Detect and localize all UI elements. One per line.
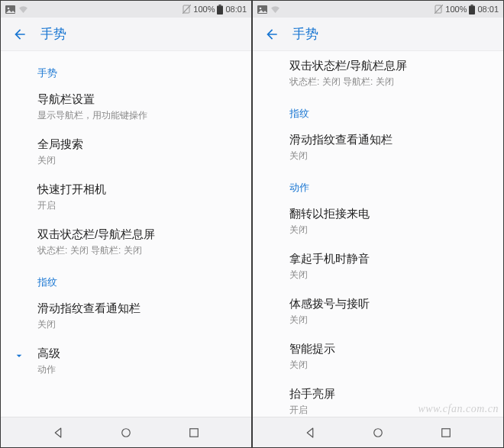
battery-icon — [217, 5, 223, 15]
battery-percent: 100% — [445, 5, 467, 14]
chevron-down-icon — [11, 348, 27, 363]
item-sub: 关闭 — [37, 318, 236, 331]
battery-percent: 100% — [193, 5, 215, 14]
svg-point-14 — [374, 428, 383, 437]
nav-home-button[interactable] — [111, 422, 141, 443]
nav-recents-button[interactable] — [431, 422, 461, 443]
section-header-motion: 动作 — [253, 170, 503, 199]
status-bar: 100% 08:01 — [253, 1, 503, 18]
nav-recents-button[interactable] — [179, 422, 209, 443]
page-title: 手势 — [292, 25, 318, 43]
item-sub: 关闭 — [289, 314, 488, 327]
item-label: 高级 — [37, 346, 60, 361]
section-header-fingerprint: 指纹 — [1, 265, 251, 294]
nav-home-button[interactable] — [363, 422, 393, 443]
item-fingerprint-notifications[interactable]: 滑动指纹查看通知栏 关闭 — [253, 125, 503, 170]
item-sub: 关闭 — [289, 359, 488, 372]
nav-back-button[interactable] — [43, 422, 73, 443]
app-bar: 手势 — [253, 18, 503, 51]
item-sub: 开启 — [289, 404, 488, 417]
item-global-search[interactable]: 全局搜索 关闭 — [1, 130, 251, 175]
item-sub: 状态栏: 关闭 导航栏: 关闭 — [37, 244, 236, 257]
item-label: 快速打开相机 — [37, 182, 236, 197]
item-label: 双击状态栏/导航栏息屏 — [37, 227, 236, 242]
status-bar: 100% 08:01 — [1, 1, 251, 18]
item-label: 拿起手机时静音 — [289, 252, 488, 266]
back-button[interactable] — [8, 23, 31, 46]
phone-right: 100% 08:01 手势 双击状态栏/导航栏息屏 状态栏: 关闭 导航栏: 关… — [252, 0, 504, 448]
item-label: 翻转以拒接来电 — [289, 207, 488, 221]
item-motion-dial[interactable]: 体感拨号与接听 关闭 — [253, 289, 503, 334]
svg-rect-13 — [469, 5, 475, 15]
picture-icon — [5, 5, 15, 14]
item-sub: 状态栏: 关闭 导航栏: 关闭 — [289, 76, 488, 89]
item-doubletap-sleep[interactable]: 双击状态栏/导航栏息屏 状态栏: 关闭 导航栏: 关闭 — [1, 220, 251, 265]
no-sim-icon — [435, 5, 443, 14]
item-fingerprint-notifications[interactable]: 滑动指纹查看通知栏 关闭 — [1, 294, 251, 339]
svg-point-9 — [260, 7, 262, 9]
item-navbar-settings[interactable]: 导航栏设置 显示导航栏，用功能键操作 — [1, 85, 251, 130]
item-smart-alert[interactable]: 智能提示 关闭 — [253, 334, 503, 379]
item-sub: 关闭 — [37, 154, 236, 167]
svg-rect-4 — [219, 5, 221, 6]
wifi-dim-icon — [270, 5, 280, 14]
item-pickup-mute[interactable]: 拿起手机时静音 关闭 — [253, 244, 503, 289]
clock: 08:01 — [225, 5, 247, 14]
item-label: 滑动指纹查看通知栏 — [289, 133, 488, 147]
item-raise-to-wake[interactable]: 抬手亮屏 开启 — [253, 379, 503, 417]
section-header-gestures: 手势 — [1, 56, 251, 85]
item-label: 抬手亮屏 — [289, 387, 488, 401]
section-header-fingerprint: 指纹 — [253, 96, 503, 125]
system-nav-bar — [253, 417, 503, 447]
svg-rect-12 — [471, 5, 473, 6]
svg-point-1 — [8, 7, 10, 9]
no-sim-icon — [183, 5, 191, 14]
item-sub: 关闭 — [289, 269, 488, 282]
item-sub: 开启 — [37, 199, 236, 212]
svg-rect-7 — [190, 428, 199, 437]
item-label: 体感拨号与接听 — [289, 297, 488, 311]
battery-icon — [469, 5, 475, 15]
phone-left: 100% 08:01 手势 手势 导航栏设置 显示导航栏，用功能键操作 全局搜索… — [0, 0, 252, 448]
item-sub: 显示导航栏，用功能键操作 — [37, 109, 236, 122]
page-title: 手势 — [40, 25, 66, 43]
svg-rect-15 — [442, 428, 451, 437]
item-sub: 动作 — [37, 363, 60, 376]
item-label: 全局搜索 — [37, 137, 236, 152]
item-advanced[interactable]: 高级 动作 — [1, 339, 251, 384]
back-button[interactable] — [260, 23, 283, 46]
clock: 08:01 — [477, 5, 499, 14]
system-nav-bar — [1, 417, 251, 447]
settings-list[interactable]: 手势 导航栏设置 显示导航栏，用功能键操作 全局搜索 关闭 快速打开相机 开启 … — [1, 51, 251, 417]
item-label: 双击状态栏/导航栏息屏 — [289, 59, 488, 73]
svg-rect-5 — [217, 5, 223, 15]
item-sub: 关闭 — [289, 150, 488, 163]
item-quick-camera[interactable]: 快速打开相机 开启 — [1, 175, 251, 220]
picture-icon — [257, 5, 267, 14]
svg-point-6 — [122, 428, 131, 437]
settings-list[interactable]: 双击状态栏/导航栏息屏 状态栏: 关闭 导航栏: 关闭 指纹 滑动指纹查看通知栏… — [253, 51, 503, 417]
wifi-dim-icon — [18, 5, 28, 14]
item-label: 导航栏设置 — [37, 92, 236, 107]
nav-back-button[interactable] — [295, 422, 325, 443]
item-label: 滑动指纹查看通知栏 — [37, 301, 236, 316]
item-label: 智能提示 — [289, 342, 488, 356]
item-flip-reject[interactable]: 翻转以拒接来电 关闭 — [253, 199, 503, 244]
item-doubletap-sleep[interactable]: 双击状态栏/导航栏息屏 状态栏: 关闭 导航栏: 关闭 — [253, 56, 503, 96]
item-sub: 关闭 — [289, 224, 488, 237]
app-bar: 手势 — [1, 18, 251, 51]
